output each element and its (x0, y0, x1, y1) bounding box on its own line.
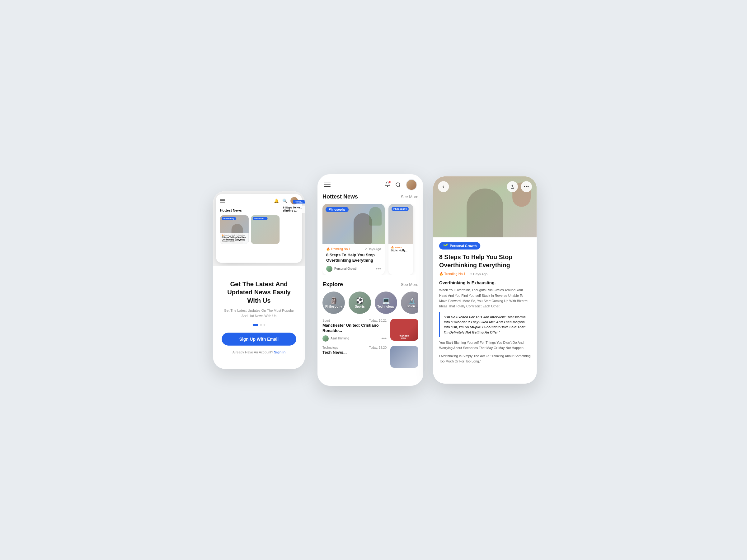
card-1-body: 🔥 Trending No.1 2 Days Ago 8 Steps To He… (323, 244, 385, 275)
search-icon[interactable]: 🔍 (282, 198, 287, 203)
notification-dot (388, 181, 391, 183)
news-list-item-2[interactable]: Technology Today, 13:20 Tech News... (323, 346, 418, 368)
bell-icon[interactable]: 🔔 (274, 198, 279, 203)
hamburger-menu[interactable] (324, 183, 331, 187)
feed-header (317, 174, 423, 193)
partial-badge: Perso... (293, 200, 305, 204)
list-date-1: Today, 10:21 (369, 319, 387, 323)
sports-label: Sports (355, 305, 365, 308)
badge-text: Personal Growth (450, 244, 476, 248)
card-front: 🔔 🔍 Hottest News See More (216, 194, 302, 263)
more-icon: ••• (524, 184, 529, 189)
news-list-item-1[interactable]: Sport Today, 10:21 Manchester United: Cr… (323, 319, 418, 342)
hottest-news-title: Hottest News (323, 193, 358, 200)
news-list-text-2: Technology Today, 13:20 Tech News... (323, 346, 387, 357)
author-name: Personal Growth (334, 267, 357, 270)
list-author-name-1: Asal Thinking (331, 337, 349, 340)
explore-circles: 🗿 Philosophy ⚽ Sports 💻 Technology 🔬 Sci… (323, 292, 418, 314)
preview-cards-area: 🔔 🔍 Hottest News See More (213, 191, 305, 266)
onboard-title: Get The Latest And Updated News Easily W… (222, 280, 296, 305)
circle-technology[interactable]: 💻 Technology (375, 292, 397, 314)
explore-title: Explore (323, 281, 343, 288)
list-menu-dots-1[interactable]: ••• (381, 336, 387, 341)
article-paragraph-3: Overthinking Is Simply The Act Of "Think… (439, 353, 531, 364)
hero-person-silhouette (467, 189, 503, 237)
philosophy-badge-2: Philosophy (391, 207, 409, 211)
list-category-1: Sport (323, 319, 330, 322)
card-bottom-sm: 🔥 Trending No.1 2 Days Ago 8 Steps To He… (220, 233, 249, 244)
signin-link[interactable]: Sign In (274, 350, 286, 354)
technology-label: Technology (377, 305, 394, 308)
news-card-2[interactable]: Philosophy 🔥 Trendi... Stoic Holly... (388, 204, 413, 275)
back-button[interactable] (438, 181, 449, 192)
news-cards-row: Philosophy 🔥 Trending No.1 2 Days Ago 8 … (323, 204, 418, 275)
dot-active (253, 324, 258, 326)
mini-card-2[interactable]: Philosoph... (251, 215, 280, 244)
cat-date-row-2: Technology Today, 13:20 (323, 346, 387, 350)
philosophy-badge-sm: Philosophy (222, 217, 236, 220)
see-more-explore[interactable]: See More (401, 282, 418, 287)
see-more-hottest[interactable]: See More (401, 194, 418, 199)
article-title: 8 Steps To Help You Stop Overthinking Ev… (439, 253, 531, 269)
search-icon[interactable] (395, 182, 401, 188)
feed-body: Hottest News See More Philosophy (317, 193, 423, 386)
hero-action-buttons: ••• (507, 181, 532, 192)
author-row: Personal Growth (326, 266, 357, 272)
list-footer-1: Asal Thinking ••• (323, 336, 387, 342)
news-card-1[interactable]: Philosophy 🔥 Trending No.1 2 Days Ago 8 … (323, 204, 385, 275)
header-right-icons (385, 179, 417, 190)
onboarding-content: Get The Latest And Updated News Easily W… (213, 266, 305, 369)
news-list-img-2 (390, 346, 418, 368)
list-author-avatar-1 (323, 336, 329, 342)
screen-container: 🔔 🔍 Hottest News See More (197, 162, 550, 398)
more-button[interactable]: ••• (521, 181, 532, 192)
cat-date-row: Sport Today, 10:21 (323, 319, 387, 323)
back-icon (441, 185, 446, 189)
circle-sports[interactable]: ⚽ Sports (349, 292, 371, 314)
dot-inactive-1 (260, 324, 262, 326)
hottest-news-label: Hottest News (220, 209, 242, 212)
article-paragraph-1: When You Overthink, Thoughts Run Circles… (439, 288, 531, 309)
article-trending: 🔥 Trending No.1 (439, 272, 465, 276)
article-badge-row: 🌱 Personal Growth (439, 242, 531, 249)
title-sm: 8 Steps To Help You Stop Overthinking Ev… (222, 236, 247, 241)
trending-label: 🔥 Trending No.1 (326, 247, 351, 251)
phone-article: ••• 🌱 Personal Growth 8 Steps To Help Yo… (433, 177, 537, 383)
onboard-subtitle: Get The Latest Updates On The Most Popul… (222, 308, 296, 319)
science-label: Scien... (407, 304, 417, 308)
card-menu-dots[interactable]: ••• (376, 266, 381, 272)
mini-cards-row: Philosophy 🔥 Trending No.1 2 Days Ago 8 … (216, 214, 302, 246)
article-subtitle: Overthinking Is Exhausting. (439, 280, 531, 285)
author-avatar (326, 266, 332, 272)
card-1-footer: Personal Growth ••• (326, 266, 381, 272)
partial-title: 8 Steps To He... thinking e... (282, 206, 305, 213)
hamburger-icon[interactable] (220, 199, 225, 203)
pagination-dots (253, 324, 265, 326)
card-2-body: 🔥 Trendi... Stoic Holly... (388, 244, 413, 254)
news-list-text-1: Sport Today, 10:21 Manchester United: Cr… (323, 319, 387, 342)
already-text: Already Have An Account? (232, 350, 273, 354)
card-1-title: 8 Steps To Help You Stop Overthinking Ev… (326, 252, 381, 263)
article-meta: 🔥 Trending No.1 2 Days Ago (439, 272, 531, 276)
mini-card-1[interactable]: Philosophy 🔥 Trending No.1 2 Days Ago 8 … (220, 215, 249, 244)
article-date: 2 Days Ago (470, 272, 487, 276)
category-sm: Personal Growth (222, 241, 247, 243)
user-avatar[interactable] (406, 179, 417, 190)
explore-section-header: Explore See More (323, 281, 418, 288)
svg-point-0 (396, 183, 400, 186)
article-paragraph-2: You Start Blaming Yourself For Things Yo… (439, 340, 531, 351)
share-button[interactable] (507, 181, 518, 192)
circle-science[interactable]: 🔬 Scien... (401, 292, 418, 314)
news-list-img-1: THE REDMAN... (390, 319, 418, 341)
signup-button[interactable]: Sign Up With Email (222, 333, 296, 346)
badge-icon: 🌱 (443, 243, 448, 248)
circle-philosophy[interactable]: 🗿 Philosophy (323, 292, 345, 314)
philosophy-badge: Philosophy (326, 207, 349, 212)
list-category-2: Technology (323, 346, 338, 349)
stadium-image: THE REDMAN... (390, 319, 418, 341)
bell-badge[interactable] (385, 181, 390, 188)
list-title-1: Manchester United: Cristiano Ronaldo... (323, 323, 387, 334)
list-title-2: Tech News... (323, 350, 387, 355)
card-2-image: Philosophy (388, 204, 413, 244)
article-body: 🌱 Personal Growth 8 Steps To Help You St… (433, 237, 537, 383)
